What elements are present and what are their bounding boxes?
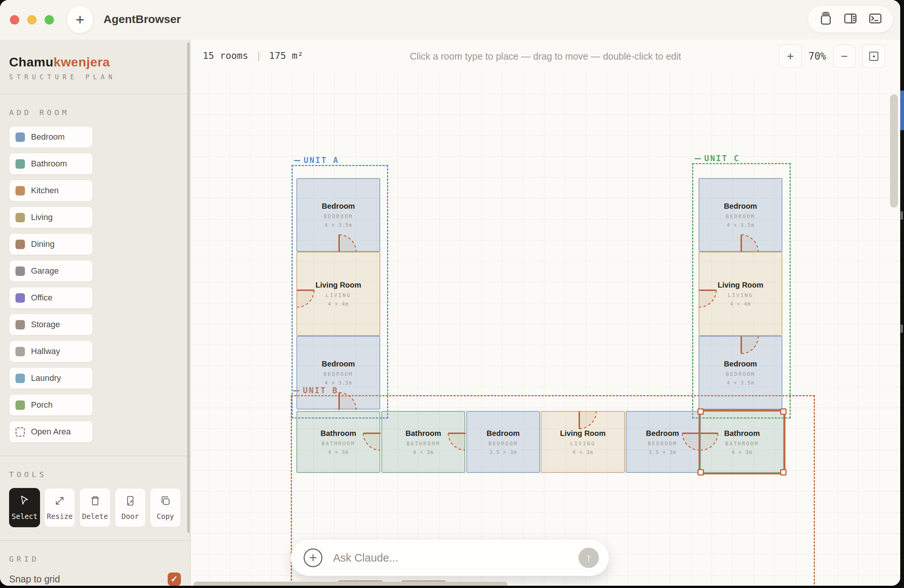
room-bedroom[interactable]: BedroomBEDROOM4 × 3.5m (296, 336, 380, 410)
copy-icon (160, 495, 171, 508)
room-bedroom[interactable]: BedroomBEDROOM3.5 × 3m (626, 411, 699, 473)
room-dimensions: 4 × 4m (328, 301, 349, 307)
room-color-swatch (16, 400, 25, 410)
app-logo: Chamukwenjera (9, 55, 181, 69)
canvas-header: 15 rooms | 175 m² Click a room type to p… (191, 39, 900, 74)
add-room-label: Bedroom (31, 132, 65, 142)
browser-toolbar (808, 6, 893, 33)
canvas-hint: Click a room type to place — drag to mov… (410, 51, 681, 62)
room-name: Living Room (315, 281, 361, 290)
attach-plus-icon[interactable]: + (303, 549, 322, 567)
sidebar-scrollbar[interactable] (187, 42, 190, 533)
room-bathroom[interactable]: BathroomBATHROOM4 × 3m (381, 411, 465, 473)
door-arc (339, 393, 356, 410)
add-room-storage[interactable]: Storage (9, 314, 93, 336)
room-dimensions: 4 × 3.5m (727, 222, 754, 228)
add-room-label: Living (31, 213, 52, 222)
room-bedroom[interactable]: BedroomBEDROOM4 × 3.5m (699, 336, 782, 410)
tool-select[interactable]: Select (9, 488, 40, 527)
vertical-scrollbar[interactable] (890, 95, 898, 208)
status-divider: | (256, 50, 261, 61)
room-bedroom[interactable]: BedroomBEDROOM4 × 3.5m (699, 178, 782, 252)
fit-view-button[interactable] (863, 44, 885, 68)
tool-copy[interactable]: Copy (150, 488, 181, 527)
new-tab-button[interactable]: + (67, 6, 93, 33)
room-bathroom[interactable]: BathroomBATHROOM4 × 3m (296, 411, 380, 473)
zoom-in-button[interactable]: + (779, 44, 802, 68)
room-color-swatch (16, 213, 25, 222)
room-bathroom-selected[interactable]: BathroomBATHROOM4 × 3m (700, 411, 784, 473)
room-color-swatch (16, 240, 25, 249)
split-panel-icon[interactable] (843, 11, 858, 27)
add-room-office[interactable]: Office (9, 287, 93, 309)
ask-claude-bar: + Ask Claude... ↑ (291, 540, 609, 576)
add-room-living[interactable]: Living (9, 207, 93, 229)
archive-box-icon[interactable] (819, 11, 833, 27)
room-type-label: LIVING (728, 292, 753, 298)
room-color-swatch (16, 293, 25, 303)
room-type-label: BEDROOM (726, 213, 755, 219)
room-living-room[interactable]: Living RoomLIVING4 × 3m (541, 411, 625, 473)
room-color-swatch (16, 374, 25, 383)
room-living-room[interactable]: Living RoomLIVING4 × 4m (296, 252, 380, 336)
room-name: Bedroom (724, 359, 757, 368)
add-room-label: Laundry (31, 373, 61, 383)
add-room-label: Porch (31, 400, 52, 410)
floorplan-canvas[interactable]: UNIT AUNIT BUNIT CBedroomBEDROOM4 × 3.5m… (191, 73, 900, 586)
add-room-kitchen[interactable]: Kitchen (9, 180, 93, 202)
window-title: AgentBrowser (103, 13, 181, 26)
room-type-label: LIVING (570, 440, 596, 446)
send-button[interactable]: ↑ (578, 548, 599, 568)
door-arc (741, 235, 758, 252)
room-color-swatch (16, 132, 25, 142)
horizontal-scrollbar[interactable] (193, 582, 507, 586)
snap-to-grid-checkbox[interactable]: ✓ (168, 572, 181, 586)
tool-resize[interactable]: Resize (44, 488, 75, 527)
resize-handle[interactable] (697, 469, 704, 476)
room-bedroom[interactable]: BedroomBEDROOM3.5 × 3m (466, 411, 540, 473)
add-room-porch[interactable]: Porch (9, 394, 93, 416)
tool-delete[interactable]: Delete (79, 488, 110, 527)
door-arc (700, 433, 718, 450)
fit-view-icon (869, 52, 878, 61)
add-room-hallway[interactable]: Hallway (9, 341, 93, 362)
room-dimensions: 3.5 × 3m (489, 449, 517, 455)
add-room-label: Storage (31, 320, 60, 329)
add-room-bedroom[interactable]: Bedroom (9, 126, 93, 148)
unit-label: UNIT C (695, 154, 740, 163)
add-room-label: Garage (31, 266, 58, 276)
sidebar: Chamukwenjera STRUCTURE PLAN ADD ROOM Be… (0, 39, 191, 586)
add-room-laundry[interactable]: Laundry (9, 367, 93, 389)
maximize-window-button[interactable] (44, 15, 54, 25)
divider (0, 540, 190, 541)
room-type-label: BEDROOM (324, 213, 353, 219)
tool-door[interactable]: Door (115, 488, 146, 527)
tool-label: Delete (82, 512, 108, 520)
resize-handle[interactable] (780, 469, 787, 476)
room-dimensions: 4 × 3.5m (324, 222, 352, 228)
room-type-label: BATHROOM (406, 440, 440, 446)
room-living-room[interactable]: Living RoomLIVING4 × 4m (699, 252, 782, 336)
room-bedroom[interactable]: BedroomBEDROOM4 × 3.5m (296, 178, 380, 252)
dashed-area-icon (16, 427, 25, 437)
add-room-label: Office (31, 293, 52, 303)
zoom-out-button[interactable]: − (833, 44, 856, 68)
ask-claude-input[interactable]: Ask Claude... (333, 552, 578, 564)
room-count: 15 rooms (203, 50, 248, 61)
resize-handle[interactable] (780, 408, 787, 415)
door-arc (579, 411, 596, 429)
minimize-window-button[interactable] (27, 15, 36, 25)
add-room-bathroom[interactable]: Bathroom (9, 153, 93, 175)
close-window-button[interactable] (10, 15, 19, 25)
add-room-dining[interactable]: Dining (9, 233, 93, 255)
door-arc (297, 290, 314, 307)
app-subtitle: STRUCTURE PLAN (9, 73, 181, 81)
room-name: Bedroom (724, 202, 757, 211)
room-name: Bathroom (724, 429, 760, 438)
add-room-garage[interactable]: Garage (9, 260, 93, 282)
add-room-open-area[interactable]: Open Area (9, 421, 93, 443)
terminal-icon[interactable] (868, 11, 882, 27)
resize-handle[interactable] (697, 408, 704, 415)
room-name: Bathroom (321, 429, 356, 438)
room-type-label: LIVING (326, 292, 351, 298)
